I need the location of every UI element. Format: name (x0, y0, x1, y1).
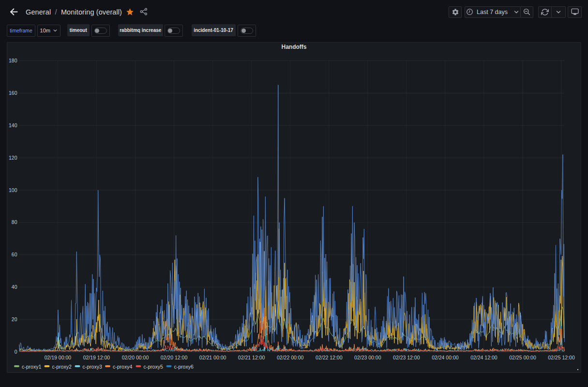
svg-text:c-proxy5: c-proxy5 (144, 364, 163, 370)
svg-text:180: 180 (9, 58, 17, 63)
svg-text:02/21 12:00: 02/21 12:00 (238, 355, 265, 360)
svg-text:40: 40 (12, 284, 17, 290)
svg-text:c-proxy2: c-proxy2 (52, 364, 72, 370)
svg-text:02/20 12:00: 02/20 12:00 (161, 355, 188, 360)
svg-text:80: 80 (12, 219, 17, 225)
svg-text:02/23 12:00: 02/23 12:00 (393, 355, 420, 360)
svg-text:60: 60 (12, 252, 17, 257)
svg-text:02/24 12:00: 02/24 12:00 (470, 355, 498, 360)
svg-text:160: 160 (9, 90, 17, 96)
svg-text:c-proxy1: c-proxy1 (22, 364, 41, 370)
svg-text:02/24 00:00: 02/24 00:00 (432, 355, 459, 360)
svg-text:120: 120 (9, 155, 17, 161)
svg-text:c-proxy3: c-proxy3 (83, 364, 102, 370)
svg-text:02/23 00:00: 02/23 00:00 (354, 355, 381, 360)
svg-text:c-proxy4: c-proxy4 (113, 364, 132, 370)
svg-text:02/22 12:00: 02/22 12:00 (316, 355, 343, 360)
svg-text:02/25 12:00: 02/25 12:00 (548, 355, 575, 360)
svg-text:20: 20 (12, 316, 17, 322)
svg-text:02/25 00:00: 02/25 00:00 (509, 355, 536, 360)
svg-text:0: 0 (15, 349, 17, 355)
svg-text:c-proxy6: c-proxy6 (174, 364, 194, 370)
svg-text:02/20 00:00: 02/20 00:00 (122, 355, 149, 360)
svg-text:02/19 12:00: 02/19 12:00 (83, 355, 110, 360)
svg-text:140: 140 (9, 122, 17, 128)
svg-text:02/19 00:00: 02/19 00:00 (45, 355, 72, 360)
svg-text:02/21 00:00: 02/21 00:00 (199, 355, 226, 360)
svg-text:02/22 00:00: 02/22 00:00 (277, 355, 304, 360)
svg-text:100: 100 (9, 187, 17, 193)
